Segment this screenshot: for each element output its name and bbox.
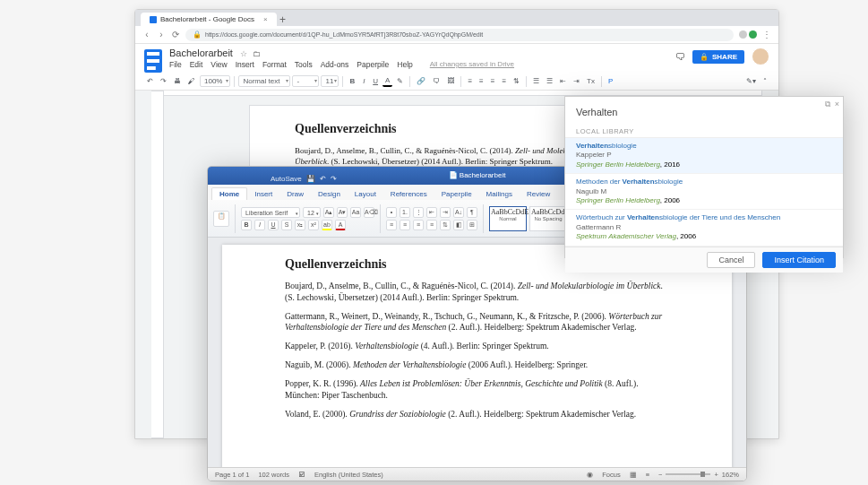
align-left-icon[interactable]: ≡: [386, 220, 397, 230]
vertical-ruler[interactable]: [151, 91, 164, 438]
borders-icon[interactable]: ⊞: [467, 220, 477, 230]
tab-home[interactable]: Home: [211, 187, 247, 200]
style-normal[interactable]: AaBbCcDdENormal: [489, 206, 527, 231]
insert-link-icon[interactable]: 🔗: [414, 76, 428, 86]
status-language[interactable]: English (United States): [314, 471, 383, 479]
menu-addons[interactable]: Add-ons: [321, 60, 349, 69]
menu-tools[interactable]: Tools: [295, 60, 313, 69]
italic-icon[interactable]: I: [359, 76, 368, 86]
menu-file[interactable]: File: [169, 60, 182, 69]
clear-format-icon[interactable]: A⌫: [364, 207, 374, 218]
align-center-icon[interactable]: ≡: [477, 76, 486, 86]
tab-review[interactable]: Review: [520, 188, 557, 200]
toolbar-collapse-icon[interactable]: ˄: [761, 76, 769, 86]
redo-icon[interactable]: ↷: [158, 76, 169, 86]
font-family-select[interactable]: Liberation Serif: [241, 207, 300, 218]
indent-right-icon[interactable]: ⇥: [440, 207, 451, 218]
subscript-icon[interactable]: x₂: [295, 220, 305, 230]
style-nospacing[interactable]: AaBbCcDdENo Spacing: [529, 206, 567, 231]
citation-result[interactable]: Verhaltensbiologie Kappeler P Springer B…: [565, 138, 843, 174]
strike-icon[interactable]: S: [281, 220, 292, 230]
align-right-icon[interactable]: ≡: [413, 220, 424, 230]
zoom-out-icon[interactable]: −: [658, 471, 662, 479]
zoom-level[interactable]: 162%: [722, 471, 739, 479]
text-color-icon[interactable]: A: [382, 75, 392, 87]
qat-redo-icon[interactable]: ↷: [331, 170, 337, 188]
popup-popout-icon[interactable]: ⧉: [825, 100, 830, 109]
zoom-select[interactable]: 100%: [200, 75, 230, 87]
reload-icon[interactable]: ⟳: [171, 30, 180, 39]
comments-icon[interactable]: 🗨: [675, 51, 685, 62]
save-status[interactable]: All changes saved in Drive: [430, 60, 514, 69]
paint-format-icon[interactable]: 🖌: [185, 76, 198, 86]
shrink-font-icon[interactable]: A▾: [337, 207, 348, 218]
zoom-in-icon[interactable]: +: [714, 471, 718, 479]
chrome-tab[interactable]: Bachelorarbeit - Google Docs ×: [141, 13, 277, 26]
tab-design[interactable]: Design: [311, 188, 348, 200]
word-page[interactable]: Quellenverzeichnis Boujard, D., Anselme,…: [222, 245, 732, 467]
menu-view[interactable]: View: [211, 60, 227, 69]
cancel-button[interactable]: Cancel: [707, 252, 755, 268]
gdocs-logo-icon[interactable]: [144, 49, 162, 73]
numbering-icon[interactable]: 1.: [400, 207, 410, 218]
back-icon[interactable]: ‹: [142, 30, 151, 39]
shading-icon[interactable]: ◧: [453, 220, 464, 230]
align-center-icon[interactable]: ≡: [400, 220, 410, 230]
status-focus[interactable]: Focus: [602, 471, 620, 479]
status-page[interactable]: Page 1 of 1: [215, 471, 249, 479]
qat-undo-icon[interactable]: ↶: [320, 170, 326, 188]
citation-result[interactable]: Methoden der Verhaltensbiologie Naguib M…: [565, 174, 843, 210]
show-marks-icon[interactable]: ¶: [467, 207, 477, 218]
status-spellcheck-icon[interactable]: 🗹: [298, 471, 305, 479]
numbered-list-icon[interactable]: ☰: [530, 76, 542, 86]
bullets-icon[interactable]: •: [386, 207, 397, 218]
underline-icon[interactable]: U: [370, 76, 381, 86]
menu-help[interactable]: Help: [397, 60, 412, 69]
font-select[interactable]: -: [292, 75, 319, 87]
paperpile-ext-icon[interactable]: [749, 30, 757, 39]
citation-result[interactable]: Wörterbuch zur Verhaltensbiologie der Ti…: [565, 210, 843, 246]
paste-icon[interactable]: 📋: [213, 211, 229, 227]
insert-image-icon[interactable]: 🖼: [444, 76, 457, 86]
bold-icon[interactable]: B: [347, 76, 357, 86]
tab-mailings[interactable]: Mailings: [479, 188, 520, 200]
share-button[interactable]: 🔒 SHARE: [692, 50, 744, 64]
change-case-icon[interactable]: Aa: [350, 207, 361, 218]
user-avatar[interactable]: [752, 48, 769, 65]
sort-icon[interactable]: A↓: [453, 207, 464, 218]
grow-font-icon[interactable]: A▴: [323, 207, 334, 218]
status-words[interactable]: 102 words: [258, 471, 289, 479]
font-color-icon[interactable]: A: [335, 220, 346, 230]
gdocs-doc-title[interactable]: Bachelorarbeit: [169, 48, 233, 58]
qat-save-icon[interactable]: 💾: [306, 170, 315, 188]
underline-icon[interactable]: U: [268, 220, 279, 230]
multilevel-icon[interactable]: ⋮: [413, 207, 424, 218]
menu-paperpile[interactable]: Paperpile: [357, 60, 389, 69]
print-icon[interactable]: 🖶: [171, 76, 184, 86]
menu-edit[interactable]: Edit: [190, 60, 203, 69]
italic-icon[interactable]: I: [254, 220, 265, 230]
insert-comment-icon[interactable]: 🗨: [430, 76, 443, 86]
menu-insert[interactable]: Insert: [236, 60, 254, 69]
paragraph-style-select[interactable]: Normal text: [238, 75, 290, 87]
tab-insert[interactable]: Insert: [247, 188, 279, 200]
align-justify-icon[interactable]: ≡: [499, 76, 509, 86]
undo-icon[interactable]: ↶: [144, 76, 156, 86]
forward-icon[interactable]: ›: [157, 30, 166, 39]
font-size-select[interactable]: 12: [303, 207, 321, 218]
autosave-toggle[interactable]: AutoSave: [271, 170, 302, 188]
tab-paperpile[interactable]: Paperpile: [434, 188, 479, 200]
indent-left-icon[interactable]: ⇤: [426, 207, 437, 218]
menu-format[interactable]: Format: [262, 60, 287, 69]
bulleted-list-icon[interactable]: ☰: [544, 76, 555, 86]
superscript-icon[interactable]: x²: [308, 220, 319, 230]
line-spacing-icon[interactable]: ⇅: [511, 76, 522, 86]
chrome-omnibox[interactable]: 🔒 https://docs.google.com/document/d/1QP…: [185, 29, 734, 41]
bold-icon[interactable]: B: [241, 220, 252, 230]
clear-formatting-icon[interactable]: Tx: [584, 76, 597, 86]
paperpile-cite-icon[interactable]: P: [606, 76, 615, 86]
popup-close-icon[interactable]: ×: [835, 100, 839, 109]
tab-layout[interactable]: Layout: [348, 188, 383, 200]
align-right-icon[interactable]: ≡: [488, 76, 498, 86]
zoom-slider[interactable]: − + 162%: [658, 471, 739, 479]
